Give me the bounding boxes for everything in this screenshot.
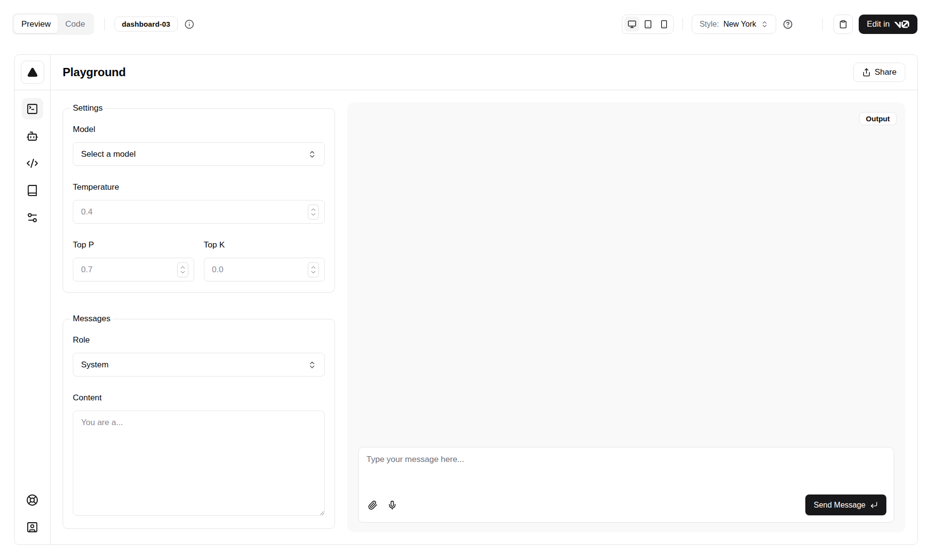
style-select[interactable]: Style: New York <box>692 15 776 34</box>
sidebar-item-documentation[interactable] <box>22 180 43 201</box>
output-badge: Output <box>859 112 897 125</box>
info-icon <box>184 19 194 29</box>
block-viewer-toolbar: Preview Code dashboard-03 <box>12 13 917 35</box>
model-label: Model <box>73 125 325 134</box>
content-field: Content <box>73 393 325 518</box>
toolbar-right-group: Style: New York Edit in <box>622 15 917 34</box>
square-terminal-icon <box>26 103 38 115</box>
settings-column: Settings Model Select a model Temperatur… <box>63 102 335 532</box>
messages-fieldset: Messages Role System Content <box>63 314 335 529</box>
top-p-input[interactable] <box>73 258 194 281</box>
temperature-label: Temperature <box>73 182 325 192</box>
v0-logo-icon <box>894 20 909 28</box>
device-size-toggle <box>622 15 674 34</box>
content-label: Content <box>73 393 325 403</box>
top-p-label: Top P <box>73 240 194 250</box>
top-k-input[interactable] <box>204 258 325 281</box>
dashboard-frame: Playground Share Settings Model Select a… <box>14 54 918 545</box>
paperclip-icon <box>368 500 378 510</box>
content-area: Settings Model Select a model Temperatur… <box>50 90 917 544</box>
monitor-icon <box>628 20 636 29</box>
style-select-label: Style: <box>699 20 719 29</box>
top-k-field: Top K <box>204 240 325 281</box>
sidebar-item-api[interactable] <box>22 152 43 174</box>
settings-fieldset: Settings Model Select a model Temperatur… <box>63 103 335 293</box>
messages-legend: Messages <box>70 314 113 324</box>
help-button[interactable] <box>782 19 793 30</box>
use-microphone-button[interactable] <box>383 495 402 515</box>
role-label: Role <box>73 335 325 345</box>
attach-file-button[interactable] <box>363 495 383 515</box>
edit-in-v0-label: Edit in <box>867 19 890 29</box>
view-mode-tabs: Preview Code <box>12 13 94 35</box>
chevrons-up-down-icon <box>761 20 768 28</box>
separator <box>822 18 823 31</box>
sidebar-item-account[interactable] <box>22 516 43 538</box>
number-stepper[interactable] <box>177 262 188 277</box>
role-select-value: System <box>81 360 109 370</box>
main-column: Playground Share Settings Model Select a… <box>50 55 917 544</box>
sidebar-item-playground[interactable] <box>22 98 43 119</box>
block-name-badge: dashboard-03 <box>115 16 178 32</box>
chevrons-up-down-icon <box>308 150 316 159</box>
model-select[interactable]: Select a model <box>73 142 325 166</box>
sidebar-item-models[interactable] <box>22 125 43 147</box>
temperature-input[interactable] <box>73 200 325 224</box>
message-input[interactable] <box>359 447 894 483</box>
device-mobile-button[interactable] <box>656 16 671 32</box>
tablet-icon <box>644 20 652 29</box>
page-title: Playground <box>63 66 126 79</box>
mic-icon <box>387 500 397 510</box>
info-button[interactable] <box>184 19 195 30</box>
sidebar-nav <box>22 90 43 228</box>
share-icon <box>862 68 871 77</box>
top-p-field: Top P <box>73 240 194 281</box>
share-button-label: Share <box>875 67 897 77</box>
content-textarea[interactable] <box>73 411 325 516</box>
model-select-value: Select a model <box>81 149 135 159</box>
tab-preview[interactable]: Preview <box>14 15 58 33</box>
clipboard-icon <box>839 20 848 29</box>
separator <box>682 18 683 31</box>
top-k-label: Top K <box>204 240 325 250</box>
bot-icon <box>26 130 38 142</box>
tab-code[interactable]: Code <box>58 15 92 33</box>
number-stepper[interactable] <box>308 204 319 219</box>
sidebar-item-help[interactable] <box>22 489 43 511</box>
sidebar-item-settings[interactable] <box>22 207 43 228</box>
separator <box>104 18 105 31</box>
settings-legend: Settings <box>70 103 105 113</box>
home-logo-button[interactable] <box>21 61 44 84</box>
settings-sliders-icon <box>26 212 38 224</box>
smartphone-icon <box>660 20 668 29</box>
temperature-field: Temperature <box>73 182 325 224</box>
role-select[interactable]: System <box>73 353 325 377</box>
circle-help-icon <box>783 19 793 29</box>
sidebar-bottom-nav <box>22 489 43 544</box>
device-desktop-button[interactable] <box>624 16 639 32</box>
send-message-button[interactable]: Send Message <box>805 494 886 515</box>
top-p-k-row: Top P Top K <box>73 240 325 281</box>
device-tablet-button[interactable] <box>640 16 655 32</box>
copy-code-button[interactable] <box>833 15 853 34</box>
composer-toolbar: Send Message <box>359 494 894 522</box>
share-button[interactable]: Share <box>853 63 905 82</box>
logo-section <box>15 55 50 90</box>
style-select-value: New York <box>723 20 756 29</box>
send-message-label: Send Message <box>814 501 865 510</box>
model-field: Model Select a model <box>73 125 325 166</box>
number-stepper[interactable] <box>308 262 319 277</box>
code-icon <box>26 157 38 169</box>
life-buoy-icon <box>26 494 38 506</box>
icon-sidebar <box>15 55 50 544</box>
message-composer: Send Message <box>358 447 894 523</box>
corner-down-left-icon <box>870 501 878 509</box>
triangle-logo-icon <box>27 67 38 78</box>
role-field: Role System <box>73 335 325 377</box>
output-panel: Output <box>347 102 905 532</box>
book-icon <box>26 184 38 197</box>
edit-in-v0-button[interactable]: Edit in <box>859 15 917 34</box>
chevrons-up-down-icon <box>308 361 316 369</box>
square-user-icon <box>26 521 38 533</box>
page-header: Playground Share <box>50 55 917 90</box>
